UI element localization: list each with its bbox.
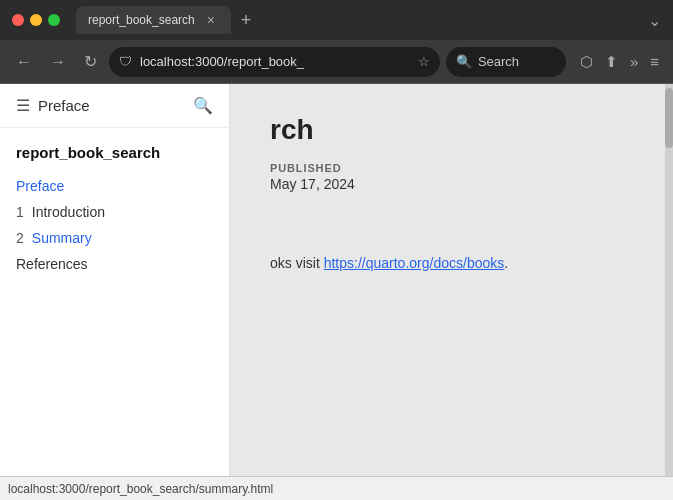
content-inner: rch PUBLISHED May 17, 2024 oks visit htt…	[230, 84, 673, 304]
page-area: ☰ Preface 🔍 report_book_search Preface 1…	[0, 84, 673, 476]
window-controls	[12, 14, 60, 26]
sidebar-item-summary-label: Summary	[32, 230, 92, 246]
search-icon: 🔍	[456, 54, 472, 69]
reload-button[interactable]: ↻	[78, 48, 103, 75]
published-date: May 17, 2024	[270, 176, 633, 192]
sidebar-item-references[interactable]: References	[16, 251, 213, 277]
new-tab-button[interactable]: +	[235, 8, 258, 33]
status-bar: localhost:3000/report_book_search/summar…	[0, 476, 673, 500]
active-tab[interactable]: report_book_search ×	[76, 6, 231, 34]
sidebar-search-icon[interactable]: 🔍	[193, 96, 213, 115]
sidebar-menu-icon[interactable]: ☰	[16, 96, 30, 115]
scrollbar[interactable]	[665, 84, 673, 476]
address-bar[interactable]: 🛡 localhost:3000/report_book_ ☆	[109, 47, 440, 77]
search-label: Search	[478, 54, 519, 69]
toolbar-icons: ⬡ ⬆ » ≡	[576, 49, 663, 75]
sidebar-item-preface-label: Preface	[16, 178, 64, 194]
menu-icon[interactable]: ≡	[646, 49, 663, 74]
main-content: rch PUBLISHED May 17, 2024 oks visit htt…	[230, 84, 673, 476]
title-bar: report_book_search × + ⌄	[0, 0, 673, 40]
content-text-before: oks visit	[270, 255, 324, 271]
sidebar-nav: Preface 1 Introduction 2 Summary Referen…	[0, 173, 229, 277]
browser-toolbar: ← → ↻ 🛡 localhost:3000/report_book_ ☆ 🔍 …	[0, 40, 673, 84]
extensions-icon[interactable]: »	[626, 49, 642, 74]
content-text-after: .	[504, 255, 508, 271]
content-link[interactable]: https://quarto.org/docs/books	[324, 255, 505, 271]
back-button[interactable]: ←	[10, 49, 38, 75]
published-label: PUBLISHED	[270, 162, 633, 174]
tab-bar: report_book_search × + ⌄	[76, 6, 661, 34]
sidebar-item-summary[interactable]: 2 Summary	[16, 225, 213, 251]
minimize-button[interactable]	[30, 14, 42, 26]
sidebar-item-preface[interactable]: Preface	[16, 173, 213, 199]
content-text: oks visit https://quarto.org/docs/books.	[270, 252, 633, 274]
maximize-button[interactable]	[48, 14, 60, 26]
bookmark-star-icon[interactable]: ☆	[418, 54, 430, 69]
sidebar-item-summary-num: 2	[16, 230, 24, 246]
tab-chevron-icon: ⌄	[648, 11, 661, 30]
security-shield-icon: 🛡	[119, 54, 132, 69]
close-button[interactable]	[12, 14, 24, 26]
status-url: localhost:3000/report_book_search/summar…	[8, 482, 273, 496]
sidebar-item-introduction[interactable]: 1 Introduction	[16, 199, 213, 225]
sidebar-item-introduction-label: Introduction	[32, 204, 105, 220]
sidebar-title: Preface	[38, 97, 90, 114]
sidebar-header: ☰ Preface 🔍	[0, 84, 229, 128]
sidebar: ☰ Preface 🔍 report_book_search Preface 1…	[0, 84, 230, 476]
tab-title: report_book_search	[88, 13, 195, 27]
page-heading: rch	[270, 114, 633, 146]
tab-close-button[interactable]: ×	[203, 12, 219, 28]
forward-button[interactable]: →	[44, 49, 72, 75]
search-box[interactable]: 🔍 Search	[446, 47, 566, 77]
published-section: PUBLISHED May 17, 2024	[270, 162, 633, 192]
scrollbar-thumb[interactable]	[665, 88, 673, 148]
address-text: localhost:3000/report_book_	[140, 54, 410, 69]
sidebar-book-title: report_book_search	[0, 128, 229, 173]
pocket-icon[interactable]: ⬡	[576, 49, 597, 75]
sidebar-item-introduction-num: 1	[16, 204, 24, 220]
sidebar-item-references-label: References	[16, 256, 88, 272]
share-icon[interactable]: ⬆	[601, 49, 622, 75]
sidebar-header-left: ☰ Preface	[16, 96, 90, 115]
